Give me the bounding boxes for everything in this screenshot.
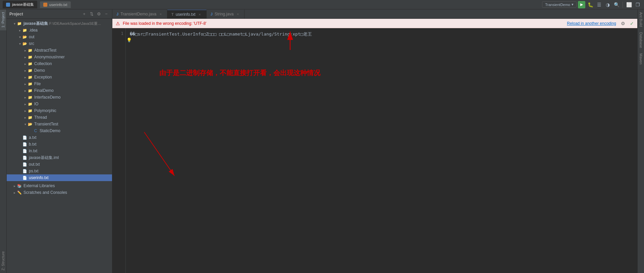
right-tab-antbuild[interactable]: Ant Build [638,9,644,30]
btxt-label: b.txt [29,142,37,147]
tree-item-outtxt[interactable]: 📄 out.txt [7,161,112,168]
line-numbers: 1 [112,28,126,273]
userinfotxt-icon: 📄 [22,175,28,180]
string-tab-label: String.java [215,12,234,16]
coverage-button[interactable]: ☰ [595,1,603,8]
userinfo-tab-close[interactable]: × [198,12,202,17]
tree-item-exception[interactable]: 📁 Exception [7,74,112,80]
tree-item-root[interactable]: 📁 javase基础集 F:\IDEAworkSpace\JavaSE重... [7,20,112,27]
staticdemo-icon: C [33,128,38,133]
tree-item-src[interactable]: 📂 src [7,40,112,47]
editor-tab-string[interactable]: J String.java × [207,10,245,18]
transienttest-arrow [23,122,28,126]
restore-button[interactable]: ❐ [634,1,641,8]
tree-item-btxt[interactable]: 📄 b.txt [7,141,112,148]
finaldemo-arrow [23,89,28,93]
editor-area: J TransientDemo.java × T userinfo.txt × … [112,9,637,273]
run-button[interactable]: ▶ [578,1,585,8]
transientdemo-tab-close[interactable]: × [158,12,163,16]
title-bar: javase基础集 userinfo.txt TransientDemo ▾ ▶… [0,0,644,9]
collection-icon: 📁 [28,61,33,66]
right-tab-maven[interactable]: Maven [638,51,644,67]
left-sidebar-tabs: 1: Project Z: Structure [0,9,7,273]
panel-add-btn[interactable]: + [81,11,87,17]
tree-item-transienttest[interactable]: 📂 TransientTest [7,121,112,127]
tree-item-userinfotxt[interactable]: 📄 userinfo.txt [7,174,112,181]
iml-label: javase基础集.iml [29,155,59,161]
tree-item-polymorphic[interactable]: 📁 Polymorphic [7,107,112,114]
maximize-button[interactable]: ⬜ [625,1,633,8]
warning-gear-icon[interactable]: ⚙ [621,21,625,26]
title-tab-javase[interactable]: javase基础集 [3,1,37,8]
warning-check-icon[interactable]: ✓ [630,21,634,26]
line-number-1: 1 [114,31,123,36]
exception-arrow [23,75,28,79]
tree-item-scratches[interactable]: ✏️ Scratches and Consoles [7,189,112,196]
pstxt-icon: 📄 [22,168,28,174]
title-tab-userinfo[interactable]: userinfo.txt [40,1,71,8]
collection-arrow [23,62,28,66]
exception-icon: 📁 [28,74,33,80]
intxt-icon: 📄 [22,148,28,154]
panel-header: Project + ⇅ ⚙ − [7,9,112,19]
run-config-dropdown[interactable]: TransientDemo ▾ [542,1,577,8]
tree-item-atxt[interactable]: 📄 a.txt [7,134,112,141]
tree-item-intxt[interactable]: 📄 in.txt [7,148,112,154]
profile-button[interactable]: ◑ [604,1,611,8]
ext-arrow [12,184,17,188]
tree-item-file[interactable]: 📁 File [7,80,112,87]
tree-item-abstracttest[interactable]: 📁 AbstractTest [7,47,112,54]
right-tab-database[interactable]: Database [638,30,644,51]
tree-item-io[interactable]: 📁 IO [7,101,112,107]
tree-item-out[interactable]: 📂 out [7,34,112,40]
code-area[interactable]: ��□sr□TransientTest.UserInfo□Z□□□ □□L□na… [126,28,637,273]
tree-item-interfacedemo[interactable]: 📁 InterfaceDemo [7,94,112,101]
sidebar-tab-structure[interactable]: Z: Structure [0,249,6,273]
search-everywhere-button[interactable]: 🔍 [613,1,620,8]
string-tab-close[interactable]: × [235,12,240,16]
src-arrow [17,42,22,46]
tree-item-demo[interactable]: 📁 Demo [7,67,112,74]
tree-item-pstxt[interactable]: 📄 ps.txt [7,168,112,174]
tree-item-collection[interactable]: 📁 Collection [7,60,112,67]
scratches-icon: ✏️ [17,190,22,195]
transientdemo-tab-label: TransientDemo.java [120,12,156,16]
run-config-label: TransientDemo [545,3,570,7]
file-label: File [34,81,41,86]
out-icon: 📂 [22,34,28,40]
idea-icon: 📁 [22,28,28,33]
scratches-arrow [12,191,17,195]
src-icon: 📂 [22,41,28,46]
reload-link[interactable]: Reload in another encoding [567,21,616,26]
editor-tabs: J TransientDemo.java × T userinfo.txt × … [112,9,637,19]
userinfo-icon [43,3,47,7]
titlebar-right: TransientDemo ▾ ▶ 🐛 ☰ ◑ 🔍 ⬜ ❐ [542,1,641,8]
tree-item-thread[interactable]: 📁 Thread [7,114,112,121]
editor-tab-transientdemo[interactable]: J TransientDemo.java × [112,10,167,18]
out-arrow [17,35,22,39]
editor-tab-userinfo[interactable]: T userinfo.txt × [167,10,206,18]
hint-bulb-icon[interactable]: 💡 [126,38,132,43]
root-arrow [12,22,17,25]
thread-arrow [23,116,28,119]
main-layout: 1: Project Z: Structure Project + ⇅ ⚙ − [0,9,644,273]
panel-minimize-btn[interactable]: − [103,11,109,17]
userinfo-tab-icon: T [171,12,174,16]
panel-sync-btn[interactable]: ⇅ [89,11,95,17]
tree-item-iml[interactable]: 📄 javase基础集.iml [7,154,112,161]
sidebar-tab-project[interactable]: 1: Project [0,9,6,30]
finaldemo-icon: 📁 [28,88,33,93]
tree-item-idea[interactable]: 📁 .idea [7,27,112,34]
outtxt-icon: 📄 [22,162,28,167]
tree-item-finaldemo[interactable]: 📁 FinalDemo [7,87,112,94]
panel-settings-btn[interactable]: ⚙ [96,11,102,17]
tree-item-external-libraries[interactable]: 📚 External Libraries [7,182,112,189]
ext-icon: 📚 [17,183,22,188]
tree-item-staticdemo[interactable]: C StaticDemo [7,127,112,134]
debug-button[interactable]: 🐛 [587,1,594,8]
thread-label: Thread [34,115,47,120]
interfacedemo-arrow [23,96,28,99]
tree-item-anonymousinner[interactable]: 📁 AnonymousInner [7,54,112,60]
ext-label: External Libraries [23,183,55,188]
title-tab-javase-label: javase基础集 [12,2,34,7]
